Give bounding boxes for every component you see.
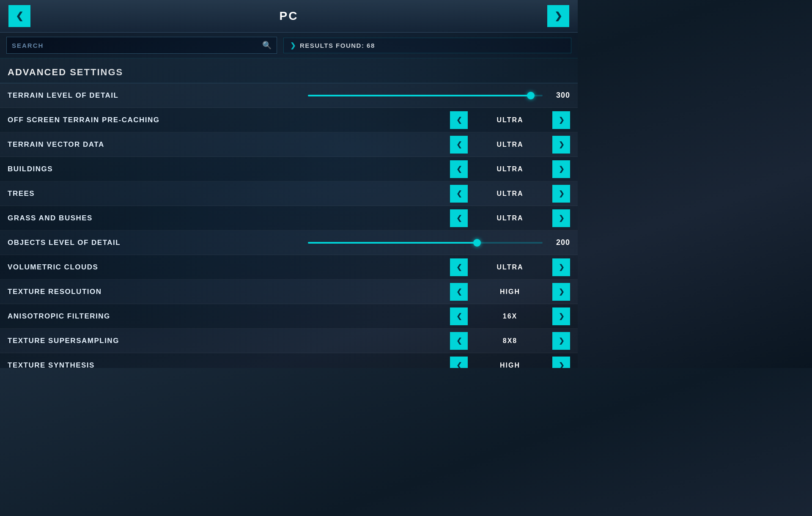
selector-next-button[interactable]: ❯ xyxy=(552,185,570,203)
selector-value: HIGH xyxy=(468,288,552,296)
selector-value: ULTRA xyxy=(468,190,552,198)
search-input[interactable] xyxy=(12,42,259,49)
setting-item: OBJECTS LEVEL OF DETAIL 200 xyxy=(0,231,578,255)
selector-prev-button[interactable]: ❮ xyxy=(450,258,468,276)
setting-name: VOLUMETRIC CLOUDS xyxy=(8,263,168,272)
selector-next-icon: ❯ xyxy=(559,337,564,345)
selector-next-icon: ❯ xyxy=(559,361,564,368)
setting-name: GRASS AND BUSHES xyxy=(8,214,168,222)
setting-item: BUILDINGS ❮ ULTRA ❯ xyxy=(0,157,578,181)
setting-item: TEXTURE SYNTHESIS ❮ HIGH ❯ xyxy=(0,353,578,368)
setting-item: TEXTURE SUPERSAMPLING ❮ 8X8 ❯ xyxy=(0,329,578,353)
setting-control: ❮ ULTRA ❯ xyxy=(392,160,570,178)
selector-prev-button[interactable]: ❮ xyxy=(450,357,468,368)
section-title: ADVANCED SETTINGS xyxy=(8,67,123,77)
selector-next-button[interactable]: ❯ xyxy=(552,111,570,129)
setting-control: ❮ HIGH ❯ xyxy=(392,283,570,301)
prev-button[interactable]: ❮ xyxy=(8,5,30,27)
selector-next-button[interactable]: ❯ xyxy=(552,332,570,350)
settings-list: TERRAIN LEVEL OF DETAIL 300 OFF SCREEN T… xyxy=(0,83,578,368)
setting-item: TERRAIN VECTOR DATA ❮ ULTRA ❯ xyxy=(0,132,578,157)
selector-next-button[interactable]: ❯ xyxy=(552,209,570,227)
selector-prev-button[interactable]: ❮ xyxy=(450,185,468,203)
header: ❮ PC ❯ xyxy=(0,0,578,33)
selector-prev-button[interactable]: ❮ xyxy=(450,332,468,350)
selector-next-button[interactable]: ❯ xyxy=(552,258,570,276)
selector-next-button[interactable]: ❯ xyxy=(552,307,570,325)
selector-prev-button[interactable]: ❮ xyxy=(450,307,468,325)
selector-next-button[interactable]: ❯ xyxy=(552,357,570,368)
selector-control: ❮ ULTRA ❯ xyxy=(392,209,570,227)
slider-fill xyxy=(308,242,477,244)
selector-prev-button[interactable]: ❮ xyxy=(450,111,468,129)
setting-control: ❮ HIGH ❯ xyxy=(392,357,570,368)
selector-value: ULTRA xyxy=(468,214,552,222)
setting-control: ❮ ULTRA ❯ xyxy=(392,136,570,154)
selector-control: ❮ ULTRA ❯ xyxy=(392,258,570,276)
slider-track xyxy=(308,95,543,96)
selector-next-icon: ❯ xyxy=(559,288,564,296)
selector-prev-button[interactable]: ❮ xyxy=(450,160,468,178)
slider-value: 200 xyxy=(549,238,570,247)
selector-prev-icon: ❮ xyxy=(456,263,462,271)
selector-value: 16X xyxy=(468,313,552,320)
setting-item: OFF SCREEN TERRAIN PRE-CACHING ❮ ULTRA ❯ xyxy=(0,108,578,132)
results-arrow-icon: ❯ xyxy=(290,41,296,49)
selector-prev-icon: ❮ xyxy=(456,140,462,148)
page-title: PC xyxy=(30,9,547,23)
setting-item: GRASS AND BUSHES ❮ ULTRA ❯ xyxy=(0,206,578,231)
selector-control: ❮ ULTRA ❯ xyxy=(392,185,570,203)
selector-next-button[interactable]: ❯ xyxy=(552,136,570,154)
selector-next-icon: ❯ xyxy=(559,312,564,320)
setting-item: ANISOTROPIC FILTERING ❮ 16X ❯ xyxy=(0,304,578,329)
setting-name: TERRAIN LEVEL OF DETAIL xyxy=(8,91,168,100)
selector-value: ULTRA xyxy=(468,165,552,173)
slider-control: 200 xyxy=(308,238,570,247)
selector-next-button[interactable]: ❯ xyxy=(552,160,570,178)
setting-name: OFF SCREEN TERRAIN PRE-CACHING xyxy=(8,116,168,124)
search-row: 🔍 ❯ RESULTS FOUND: 68 xyxy=(0,33,578,58)
selector-next-icon: ❯ xyxy=(559,263,564,271)
slider-control: 300 xyxy=(308,91,570,100)
setting-control: 200 xyxy=(308,238,570,247)
slider-track xyxy=(308,242,543,244)
selector-next-icon: ❯ xyxy=(559,189,564,198)
selector-control: ❮ ULTRA ❯ xyxy=(392,111,570,129)
setting-name: BUILDINGS xyxy=(8,165,168,173)
setting-control: ❮ 16X ❯ xyxy=(392,307,570,325)
slider-fill xyxy=(308,95,531,96)
results-count: RESULTS FOUND: 68 xyxy=(300,42,375,49)
selector-next-icon: ❯ xyxy=(559,214,564,222)
setting-control: 300 xyxy=(308,91,570,100)
selector-prev-icon: ❮ xyxy=(456,116,462,124)
selector-control: ❮ HIGH ❯ xyxy=(392,283,570,301)
selector-next-button[interactable]: ❯ xyxy=(552,283,570,301)
slider-thumb[interactable] xyxy=(527,92,535,99)
setting-control: ❮ 8X8 ❯ xyxy=(392,332,570,350)
setting-name: TEXTURE SYNTHESIS xyxy=(8,361,168,368)
next-button[interactable]: ❯ xyxy=(547,5,569,27)
selector-prev-icon: ❮ xyxy=(456,337,462,345)
selector-control: ❮ 16X ❯ xyxy=(392,307,570,325)
search-icon: 🔍 xyxy=(262,41,272,50)
selector-next-icon: ❯ xyxy=(559,116,564,124)
next-icon: ❯ xyxy=(554,11,562,21)
setting-item: TREES ❮ ULTRA ❯ xyxy=(0,181,578,206)
setting-control: ❮ ULTRA ❯ xyxy=(392,258,570,276)
setting-name: TREES xyxy=(8,189,168,198)
selector-prev-button[interactable]: ❮ xyxy=(450,209,468,227)
search-container: 🔍 xyxy=(6,37,277,54)
setting-control: ❮ ULTRA ❯ xyxy=(392,209,570,227)
selector-prev-button[interactable]: ❮ xyxy=(450,136,468,154)
slider-thumb[interactable] xyxy=(473,239,481,247)
selector-control: ❮ ULTRA ❯ xyxy=(392,160,570,178)
selector-prev-button[interactable]: ❮ xyxy=(450,283,468,301)
selector-prev-icon: ❮ xyxy=(456,214,462,222)
selector-control: ❮ 8X8 ❯ xyxy=(392,332,570,350)
setting-name: ANISOTROPIC FILTERING xyxy=(8,312,168,321)
setting-name: TEXTURE RESOLUTION xyxy=(8,288,168,296)
results-bar: ❯ RESULTS FOUND: 68 xyxy=(283,38,571,53)
selector-value: 8X8 xyxy=(468,337,552,345)
section-header: ADVANCED SETTINGS xyxy=(0,58,578,83)
selector-value: HIGH xyxy=(468,362,552,368)
